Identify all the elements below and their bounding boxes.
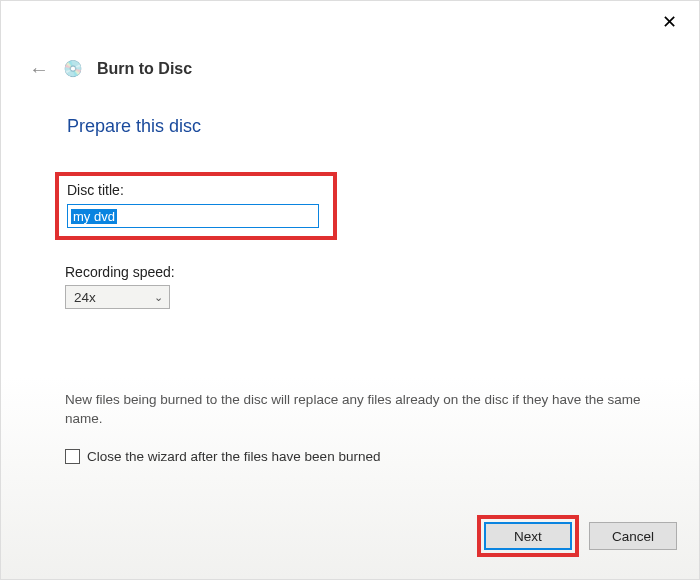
info-text: New files being burned to the disc will … [65, 391, 651, 429]
close-wizard-label: Close the wizard after the files have be… [87, 449, 380, 464]
recording-speed-label: Recording speed: [65, 264, 175, 280]
burn-to-disc-wizard: ✕ ← 💿 Burn to Disc Prepare this disc Dis… [0, 0, 700, 580]
recording-speed-value: 24x [74, 290, 96, 305]
close-icon[interactable]: ✕ [662, 13, 677, 31]
next-button[interactable]: Next [484, 522, 572, 550]
wizard-title: Burn to Disc [97, 60, 192, 78]
disc-icon: 💿 [63, 61, 83, 77]
disc-title-label: Disc title: [67, 182, 325, 198]
back-arrow-icon[interactable]: ← [29, 59, 49, 79]
chevron-down-icon: ⌄ [154, 291, 163, 304]
wizard-header: ← 💿 Burn to Disc [29, 59, 192, 79]
disc-title-highlight: Disc title: my dvd [55, 172, 337, 240]
cancel-button[interactable]: Cancel [589, 522, 677, 550]
disc-title-input[interactable]: my dvd [67, 204, 319, 228]
close-wizard-checkbox[interactable] [65, 449, 80, 464]
close-wizard-checkbox-row: Close the wizard after the files have be… [65, 449, 380, 464]
next-button-highlight: Next [477, 515, 579, 557]
disc-title-value: my dvd [71, 209, 117, 224]
wizard-buttons: Next Cancel [477, 515, 677, 557]
page-heading: Prepare this disc [67, 116, 201, 137]
recording-speed-select[interactable]: 24x ⌄ [65, 285, 170, 309]
